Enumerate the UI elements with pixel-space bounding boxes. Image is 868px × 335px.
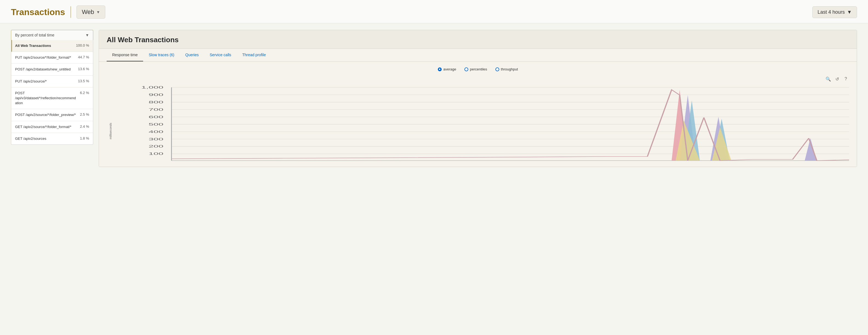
svg-text:800: 800 (149, 100, 163, 104)
top-bar-left: Transactions Web ▼ (11, 5, 105, 19)
transaction-item[interactable]: GET /apiv2/source/*/folder_format/*2.4 % (11, 121, 93, 133)
chart-svg: 100 200 300 400 500 600 700 800 900 1,00… (123, 85, 849, 161)
radio-label[interactable]: average (438, 67, 456, 71)
svg-text:600: 600 (149, 115, 163, 119)
left-panel: By percent of total time ▼ All Web Trans… (11, 30, 93, 167)
transaction-name: PUT /apiv2/source/* (15, 79, 78, 84)
transaction-percent: 1.8 % (80, 136, 89, 140)
transaction-name: GET /apiv2/sources (15, 136, 80, 141)
radio-button[interactable] (464, 67, 468, 71)
radio-option-label: percentiles (470, 67, 487, 71)
transaction-percent: 2.5 % (80, 113, 89, 117)
chevron-down-icon: ▼ (96, 10, 100, 14)
chart-svg-container: 100 200 300 400 500 600 700 800 900 1,00… (123, 85, 849, 161)
transaction-percent: 2.4 % (80, 124, 89, 128)
radio-button[interactable] (438, 67, 442, 71)
time-range-label: Last 4 hours (817, 9, 845, 15)
transaction-name: POST /apiv2/datasets/new_untitled (15, 67, 78, 72)
transaction-item[interactable]: PUT /apiv2/source/*/folder_format/*44.7 … (11, 52, 93, 64)
panel-header: All Web Transactions (99, 30, 857, 49)
y-axis-label: milliseconds (109, 123, 112, 139)
sort-label: By percent of total time (15, 33, 54, 37)
web-dropdown-label: Web (82, 8, 94, 16)
transaction-list: All Web Transactions100.0 %PUT /apiv2/so… (11, 40, 93, 145)
svg-text:100: 100 (149, 152, 163, 156)
tab-item[interactable]: Response time (107, 49, 143, 61)
transaction-percent: 44.7 % (78, 55, 89, 59)
top-bar: Transactions Web ▼ Last 4 hours ▼ (0, 0, 868, 23)
tab-item[interactable]: Service calls (204, 49, 237, 61)
tab-item[interactable]: Queries (180, 49, 204, 61)
transaction-item[interactable]: POST /apiv2/datasets/new_untitled13.6 % (11, 64, 93, 75)
main-content: By percent of total time ▼ All Web Trans… (0, 23, 868, 174)
transaction-percent: 13.6 % (78, 67, 89, 71)
time-range-dropdown[interactable]: Last 4 hours ▼ (812, 6, 857, 18)
panel-title: All Web Transactions (107, 36, 849, 44)
transaction-item[interactable]: POST /apiv2/source/*/folder_preview/*2.5… (11, 109, 93, 121)
svg-text:900: 900 (149, 93, 163, 96)
transaction-name: GET /apiv2/source/*/folder_format/* (15, 124, 80, 129)
svg-text:500: 500 (149, 123, 163, 126)
transaction-item[interactable]: POST /api/v3/dataset/*/reflection/recomm… (11, 87, 93, 110)
svg-text:700: 700 (149, 108, 163, 111)
transaction-percent: 100.0 % (76, 43, 89, 48)
transaction-name: POST /apiv2/source/*/folder_preview/* (15, 113, 80, 117)
web-dropdown[interactable]: Web ▼ (76, 5, 105, 19)
svg-text:1,000: 1,000 (141, 86, 163, 89)
tabs-bar: Response timeSlow traces (6)QueriesServi… (99, 49, 857, 62)
title-divider (70, 6, 71, 18)
right-panel: All Web Transactions Response timeSlow t… (99, 30, 857, 167)
sort-dropdown[interactable]: By percent of total time ▼ (11, 30, 93, 40)
transaction-percent: 6.2 % (80, 91, 89, 95)
chart-controls: 🔍 ↺ ? (107, 76, 849, 82)
transaction-item[interactable]: PUT /apiv2/source/*13.5 % (11, 76, 93, 87)
tab-item[interactable]: Slow traces (6) (143, 49, 180, 61)
radio-group: averagepercentilesthroughput (107, 67, 849, 71)
transaction-item[interactable]: GET /apiv2/sources1.8 % (11, 133, 93, 145)
chevron-down-icon: ▼ (847, 9, 852, 15)
radio-option-label: throughput (501, 67, 518, 71)
radio-label[interactable]: percentiles (464, 67, 487, 71)
tab-item[interactable]: Thread profile (237, 49, 271, 61)
zoom-icon[interactable]: 🔍 (825, 76, 832, 82)
chart-area: averagepercentilesthroughput 🔍 ↺ ? milli… (99, 62, 857, 167)
chevron-down-icon: ▼ (85, 33, 89, 37)
refresh-icon[interactable]: ↺ (834, 76, 840, 82)
chart-wrapper: milliseconds (107, 85, 849, 161)
help-icon[interactable]: ? (842, 76, 849, 82)
transaction-name: PUT /apiv2/source/*/folder_format/* (15, 55, 78, 60)
svg-text:400: 400 (149, 130, 163, 133)
radio-label[interactable]: throughput (495, 67, 518, 71)
radio-option-label: average (443, 67, 456, 71)
svg-text:300: 300 (149, 138, 163, 141)
transaction-name: All Web Transactions (15, 43, 76, 48)
page-title: Transactions (11, 7, 65, 17)
svg-text:200: 200 (149, 145, 163, 148)
radio-button[interactable] (495, 67, 499, 71)
transaction-percent: 13.5 % (78, 79, 89, 83)
transaction-name: POST /api/v3/dataset/*/reflection/recomm… (15, 91, 80, 106)
transaction-item[interactable]: All Web Transactions100.0 % (11, 40, 93, 52)
